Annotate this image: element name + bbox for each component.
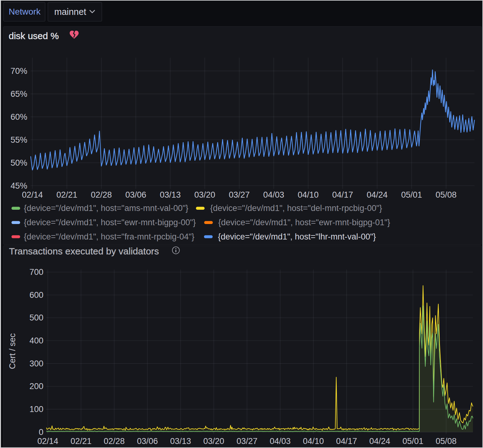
svg-text:03/06: 03/06 xyxy=(137,437,158,446)
svg-text:04/17: 04/17 xyxy=(336,437,357,446)
svg-text:05/08: 05/08 xyxy=(436,437,457,446)
svg-text:02/14: 02/14 xyxy=(22,190,43,199)
svg-text:02/21: 02/21 xyxy=(71,437,92,446)
svg-text:03/20: 03/20 xyxy=(194,190,215,199)
svg-text:mainnet: mainnet xyxy=(54,7,86,17)
svg-text:55%: 55% xyxy=(11,135,27,145)
svg-text:05/08: 05/08 xyxy=(436,190,457,199)
svg-text:03/13: 03/13 xyxy=(160,190,181,199)
svg-text:04/10: 04/10 xyxy=(303,437,324,446)
svg-text:45%: 45% xyxy=(11,181,27,190)
svg-text:02/14: 02/14 xyxy=(38,437,59,446)
svg-text:04/10: 04/10 xyxy=(298,190,319,199)
svg-text:03/20: 03/20 xyxy=(203,437,224,446)
svg-text:50%: 50% xyxy=(11,158,27,168)
svg-text:400: 400 xyxy=(29,336,43,345)
svg-text:03/13: 03/13 xyxy=(170,437,191,446)
svg-text:04/24: 04/24 xyxy=(369,437,390,446)
svg-text:02/28: 02/28 xyxy=(104,437,125,446)
svg-text:Cert / sec: Cert / sec xyxy=(8,333,17,369)
svg-text:disk used %: disk used % xyxy=(9,31,59,41)
svg-text:500: 500 xyxy=(29,313,43,322)
svg-text:03/06: 03/06 xyxy=(125,190,146,199)
svg-text:65%: 65% xyxy=(11,89,27,99)
svg-text:02/21: 02/21 xyxy=(56,190,78,199)
svg-text:04/17: 04/17 xyxy=(332,190,353,199)
svg-text:Network: Network xyxy=(9,7,41,16)
svg-text:{device="/dev/md1", host="ewr-: {device="/dev/md1", host="ewr-mnt-bigpg-… xyxy=(24,218,196,227)
svg-text:02/28: 02/28 xyxy=(91,190,112,199)
svg-text:03/27: 03/27 xyxy=(229,190,250,199)
svg-text:100: 100 xyxy=(29,405,43,414)
svg-text:Transactions executed by valid: Transactions executed by validators xyxy=(9,246,159,256)
svg-text:200: 200 xyxy=(29,382,43,391)
svg-text:03/27: 03/27 xyxy=(237,437,258,446)
svg-text:300: 300 xyxy=(29,359,43,368)
svg-text:04/24: 04/24 xyxy=(367,190,388,199)
svg-text:700: 700 xyxy=(29,267,43,277)
svg-text:{device="/dev/md1", host="lhr-: {device="/dev/md1", host="lhr-mnt-val-00… xyxy=(218,232,376,241)
svg-text:05/01: 05/01 xyxy=(402,437,423,446)
svg-text:60%: 60% xyxy=(11,112,27,122)
svg-text:{device="/dev/md1", host="ewr-: {device="/dev/md1", host="ewr-mnt-bigpg-… xyxy=(218,218,390,227)
svg-text:{device="/dev/md1", host="ams-: {device="/dev/md1", host="ams-mnt-val-00… xyxy=(24,204,188,213)
svg-text:05/01: 05/01 xyxy=(401,190,422,199)
svg-text:600: 600 xyxy=(29,290,43,300)
svg-text:{device="/dev/md1", host="del-: {device="/dev/md1", host="del-mnt-rpcbig… xyxy=(210,204,382,213)
svg-text:04/03: 04/03 xyxy=(270,437,291,446)
svg-text:0: 0 xyxy=(39,428,43,437)
svg-text:{device="/dev/md1", host="fra-: {device="/dev/md1", host="fra-mnt-rpcbig… xyxy=(24,232,194,241)
svg-text:04/03: 04/03 xyxy=(263,190,284,199)
svg-text:70%: 70% xyxy=(11,66,27,76)
